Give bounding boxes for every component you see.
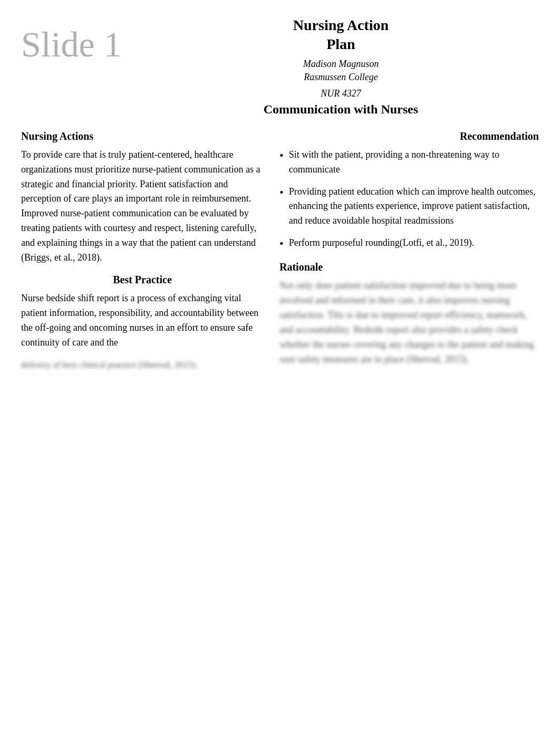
best-practice-heading: Best Practice bbox=[21, 274, 264, 286]
recommendation-label: Recommendation bbox=[279, 130, 539, 142]
blurred-bottom-text: delivery of best clinical practice (Sher… bbox=[21, 358, 264, 372]
left-column: Nursing Actions To provide care that is … bbox=[21, 130, 264, 372]
slide-label: Slide 1 bbox=[21, 16, 122, 62]
main-title: Nursing Action Plan bbox=[293, 16, 389, 54]
best-practice-body: Nurse bedside shift report is a process … bbox=[21, 291, 264, 350]
recommendation-item-3-text: Perform purposeful rounding(Lotfi, et al… bbox=[289, 236, 474, 251]
recommendation-item-3: Perform purposeful rounding(Lotfi, et al… bbox=[279, 236, 539, 253]
header-section: Slide 1 Nursing Action Plan Madison Magn… bbox=[21, 16, 539, 125]
recommendations-list: Sit with the patient, providing a non-th… bbox=[279, 148, 539, 253]
recommendation-item-2: Providing patient education which can im… bbox=[279, 185, 539, 229]
recommendation-item-1-text: Sit with the patient, providing a non-th… bbox=[289, 148, 539, 177]
course-number: NUR 4327 bbox=[321, 88, 361, 99]
rationale-heading: Rationale bbox=[279, 261, 539, 273]
nursing-actions-body: To provide care that is truly patient-ce… bbox=[21, 148, 264, 265]
page-container: Slide 1 Nursing Action Plan Madison Magn… bbox=[0, 0, 560, 748]
recommendation-item-1: Sit with the patient, providing a non-th… bbox=[279, 148, 539, 177]
header-text: Nursing Action Plan Madison Magnuson Ras… bbox=[143, 16, 539, 125]
nursing-actions-heading: Nursing Actions bbox=[21, 130, 264, 142]
main-title-text: Nursing Action Plan bbox=[293, 17, 389, 52]
recommendation-item-2-text: Providing patient education which can im… bbox=[289, 185, 539, 229]
subtitle: Communication with Nurses bbox=[264, 102, 418, 117]
two-column-layout: Nursing Actions To provide care that is … bbox=[21, 130, 539, 372]
rationale-body: Not only does patient satisfaction impro… bbox=[279, 279, 539, 367]
college-name: Rasmussen College bbox=[304, 72, 378, 83]
author-name: Madison Magnuson bbox=[303, 59, 379, 70]
right-column: Recommendation Sit with the patient, pro… bbox=[279, 130, 539, 372]
